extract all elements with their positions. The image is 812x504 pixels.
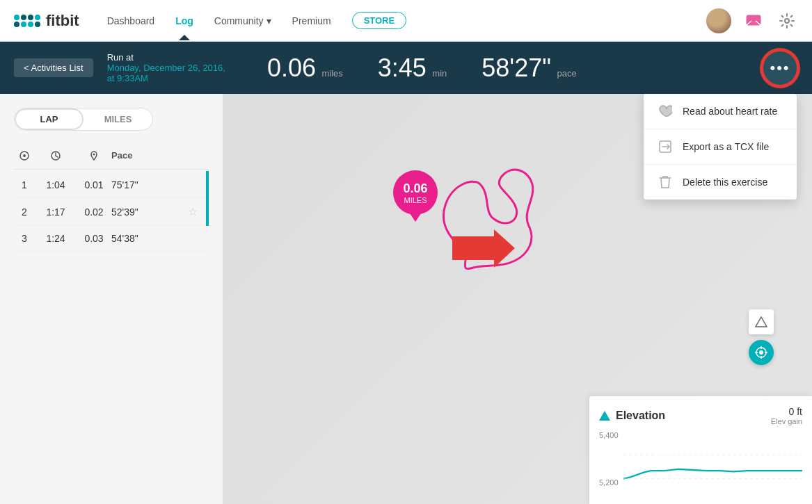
marker-unit: MILES — [404, 196, 427, 204]
dropdown-item-heart-rate[interactable]: Read about heart rate — [644, 94, 797, 129]
cell-num-3: 3 — [14, 233, 35, 244]
terrain-button[interactable] — [749, 309, 774, 334]
nav-dashboard[interactable]: Dashboard — [107, 15, 155, 26]
col-header-dist — [77, 150, 111, 163]
elevation-gain-label: Elev gain — [771, 417, 802, 425]
messages-icon[interactable] — [742, 10, 765, 32]
brand-name: fitbit — [46, 12, 79, 30]
chevron-down-icon: ▾ — [266, 15, 271, 26]
nav-right — [706, 8, 798, 33]
marker-bubble: 0.06 MILES — [393, 170, 438, 215]
svg-point-4 — [23, 154, 26, 157]
col-header-num — [14, 150, 35, 163]
settings-icon[interactable] — [776, 10, 798, 32]
logo: fitbit — [14, 12, 79, 30]
map-marker: 0.06 MILES — [393, 170, 438, 215]
nav-links: Dashboard Log Community ▾ Premium STORE — [107, 12, 706, 29]
stat-distance-unit: miles — [321, 68, 342, 79]
red-arrow — [452, 229, 515, 270]
logo-dot-5 — [14, 22, 19, 27]
nav-premium[interactable]: Premium — [292, 15, 331, 26]
activity-header: < Activities List Run at Monday, Decembe… — [0, 42, 812, 94]
svg-point-1 — [785, 19, 789, 23]
cell-dist-2: 0.02 — [77, 206, 111, 218]
logo-dot-8 — [35, 22, 40, 27]
activity-stats: 0.06 miles 3:45 min 58'27" pace — [267, 54, 577, 83]
stat-duration-unit: min — [432, 68, 447, 79]
dropdown-menu: Read about heart rate Export as a TCX fi… — [644, 94, 797, 200]
cell-num-1: 1 — [14, 179, 35, 190]
col-header-pace: Pace — [111, 150, 209, 163]
elevation-value-block: 0 ft Elev gain — [771, 406, 802, 425]
svg-point-6 — [93, 154, 95, 156]
elevation-chart: 5,400 5,200 — [599, 431, 802, 487]
logo-dot-3 — [28, 15, 33, 20]
stat-distance: 0.06 miles — [267, 54, 343, 83]
logo-dots — [14, 15, 40, 27]
activity-info: Run at Monday, December 26, 2016, at 9:3… — [107, 52, 225, 83]
tab-lap[interactable]: LAP — [15, 108, 83, 130]
elevation-header: Elevation 0 ft Elev gain — [599, 406, 802, 425]
left-panel: LAP MILES — [0, 94, 223, 504]
table-row: 1 1:04 0.01 75'17" — [14, 172, 209, 198]
table-row-2: 2 1:17 0.02 52'39" ☆ — [14, 198, 209, 226]
more-options-button[interactable]: ••• — [762, 50, 798, 86]
col-header-time — [35, 150, 77, 163]
trash-icon — [658, 174, 673, 190]
stat-pace-unit: pace — [557, 68, 577, 79]
stat-duration-value: 3:45 — [378, 54, 427, 82]
navbar: fitbit Dashboard Log Community ▾ Premium… — [0, 0, 812, 42]
elevation-line — [623, 431, 802, 487]
pace-bar-2 — [206, 198, 209, 226]
table-row-1: 1 1:04 0.01 75'17" — [14, 172, 209, 198]
map-right-controls — [749, 309, 774, 365]
cell-time-1: 1:04 — [35, 179, 77, 190]
avatar-image — [706, 8, 731, 33]
logo-dot-6 — [21, 22, 26, 27]
table-row: 3 1:24 0.03 54'38" — [14, 226, 209, 252]
dropdown-item-delete[interactable]: Delete this exercise — [644, 165, 797, 200]
activity-time: at 9:33AM — [107, 73, 225, 83]
tab-miles[interactable]: MILES — [83, 108, 152, 130]
logo-dot-2 — [21, 15, 26, 20]
svg-marker-7 — [452, 229, 515, 268]
stat-pace-value: 58'27" — [481, 54, 551, 82]
table-header: Pace — [14, 145, 209, 170]
dropdown-item-export[interactable]: Export as a TCX file — [644, 129, 797, 165]
cell-pace-2: 52'39" — [111, 206, 188, 218]
logo-dot-4 — [35, 15, 40, 20]
activity-date: Monday, December 26, 2016, — [107, 63, 225, 73]
activity-title: Run at — [107, 52, 225, 63]
table-row-3: 3 1:24 0.03 54'38" — [14, 226, 209, 252]
table-row: 2 1:17 0.02 52'39" ☆ — [14, 198, 209, 226]
elevation-value: 0 ft — [771, 406, 802, 417]
location-button[interactable] — [749, 340, 774, 365]
cell-pace-1: 75'17" — [111, 179, 188, 190]
cell-time-2: 1:17 — [35, 206, 77, 218]
cell-pace-3: 54'38" — [111, 233, 188, 244]
stat-distance-value: 0.06 — [267, 54, 316, 82]
svg-marker-15 — [599, 411, 610, 421]
cell-num-2: 2 — [14, 206, 35, 218]
avatar[interactable] — [706, 8, 731, 33]
nav-community[interactable]: Community ▾ — [214, 15, 271, 26]
logo-dot-7 — [28, 22, 33, 27]
cell-time-3: 1:24 — [35, 233, 77, 244]
elevation-panel: Elevation 0 ft Elev gain 5,400 5,200 — [589, 396, 812, 504]
cell-dist-3: 0.03 — [77, 233, 111, 244]
svg-point-9 — [759, 350, 763, 355]
logo-dot-1 — [14, 15, 19, 20]
tab-switcher: LAP MILES — [14, 108, 153, 131]
back-button[interactable]: < Activities List — [14, 58, 93, 77]
export-icon — [658, 139, 673, 154]
heart-icon — [658, 104, 673, 119]
stat-pace: 58'27" pace — [481, 54, 576, 83]
elevation-title: Elevation — [599, 409, 665, 422]
store-button[interactable]: STORE — [352, 12, 407, 29]
elevation-labels: 5,400 5,200 — [599, 431, 619, 487]
nav-log[interactable]: Log — [175, 15, 193, 26]
pace-bar-1 — [206, 171, 209, 199]
svg-marker-8 — [756, 317, 767, 327]
cell-dist-1: 0.01 — [77, 179, 111, 190]
stat-duration: 3:45 min — [378, 54, 447, 83]
